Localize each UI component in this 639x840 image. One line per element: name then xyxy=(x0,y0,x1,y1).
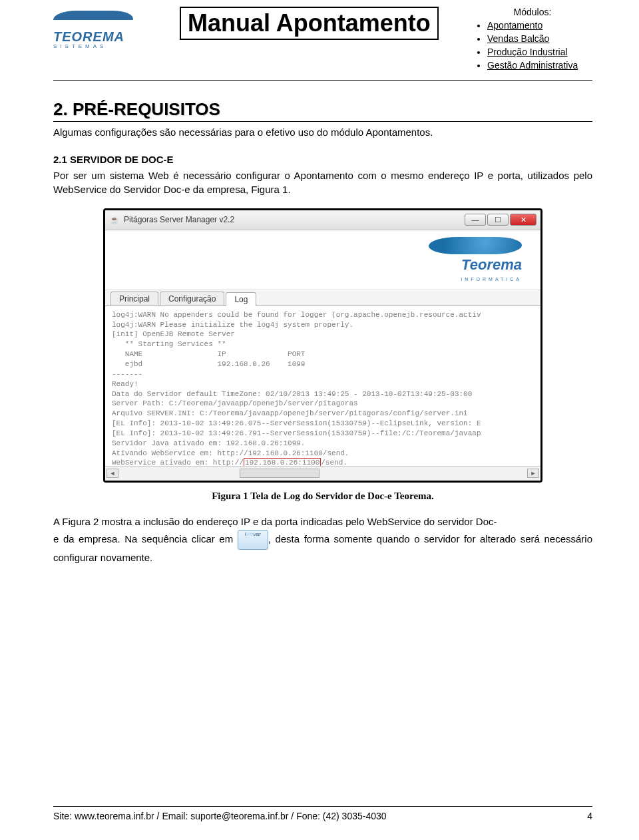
java-icon: ☕ xyxy=(109,214,120,225)
window-logo-sub: INFORMATICA xyxy=(461,277,522,282)
log-output: log4j:WARN No appenders could be found f… xyxy=(105,306,540,466)
page-footer: Site: www.teorema.inf.br / Email: suport… xyxy=(53,806,592,821)
logo-swoosh-icon xyxy=(52,11,134,28)
log-line: ejbd 192.168.0.26 1099 xyxy=(112,360,305,368)
module-item: Vendas Balcão xyxy=(487,33,592,44)
log-line: log4j:WARN No appenders could be found f… xyxy=(112,311,481,319)
log-line: ** Starting Services ** xyxy=(112,340,226,348)
footer-contact: Site: www.teorema.inf.br / Email: suport… xyxy=(53,811,387,821)
logo-swoosh-icon xyxy=(427,237,523,254)
tab-configuracao[interactable]: Configuração xyxy=(160,292,224,306)
window-titlebar: ☕ Pitágoras Server Manager v2.2 — ☐ ✕ xyxy=(105,210,540,230)
log-line: Ativando WebService em: http://192.168.0… xyxy=(112,449,349,457)
modules-block: Módulos: Apontamento Vendas Balcão Produ… xyxy=(473,7,592,73)
log-line: Ready! xyxy=(112,380,138,388)
gravar-button[interactable]: Gravar xyxy=(238,530,268,550)
log-line: [init] OpenEJB Remote Server xyxy=(112,330,235,338)
window-control-buttons: — ☐ ✕ xyxy=(465,214,536,226)
footer-divider xyxy=(53,806,592,807)
module-item: Gestão Administrativa xyxy=(487,60,592,71)
window-logo-panel: Teorema INFORMATICA xyxy=(105,230,540,290)
tab-log[interactable]: Log xyxy=(226,292,256,306)
scroll-left-icon[interactable]: ◄ xyxy=(106,469,118,478)
window-logo-text: Teorema xyxy=(461,256,522,273)
log-line: Data do Servidor default TimeZone: 02/10… xyxy=(112,390,472,398)
modules-label: Módulos: xyxy=(473,7,592,17)
app-window: ☕ Pitágoras Server Manager v2.2 — ☐ ✕ Te… xyxy=(103,208,542,483)
window-company-logo: Teorema INFORMATICA xyxy=(429,237,522,283)
log-line: [EL Info]: 2013-10-02 13:49:26.075--Serv… xyxy=(112,419,481,427)
close-button[interactable]: ✕ xyxy=(510,214,536,226)
scrollbar-thumb[interactable] xyxy=(240,469,320,478)
log-line: Arquivo SERVER.INI: C:/Teorema/javaapp/o… xyxy=(112,409,468,417)
tab-principal[interactable]: Principal xyxy=(110,292,158,306)
page-number: 4 xyxy=(587,811,592,821)
company-logo: TEOREMA SISTEMAS xyxy=(53,7,166,49)
log-highlight-ip: 192.168.0.26:1100 xyxy=(244,458,321,465)
document-header: TEOREMA SISTEMAS Manual Apontamento Módu… xyxy=(53,7,592,76)
subsection-heading: 2.1 SERVIDOR DE DOC-E xyxy=(53,154,592,165)
subsection-body: Por ser um sistema Web é necessário conf… xyxy=(53,169,592,196)
module-item: Produção Industrial xyxy=(487,47,592,57)
log-line: WebService ativado em: http:// xyxy=(112,459,244,465)
section-intro: Algumas configurações são necessárias pa… xyxy=(53,126,592,139)
paragraph-figure2-ref: A Figura 2 mostra a inclusão do endereço… xyxy=(53,514,592,566)
window-title: Pitágoras Server Manager v2.2 xyxy=(124,215,465,224)
scroll-right-icon[interactable]: ► xyxy=(527,469,539,478)
document-title: Manual Apontamento xyxy=(180,7,439,40)
figure-caption: Figura 1 Tela de Log do Servidor de Doc-… xyxy=(53,491,592,502)
log-line: [EL Info]: 2013-10-02 13:49:26.791--Serv… xyxy=(112,429,481,437)
minimize-button[interactable]: — xyxy=(465,214,486,226)
log-line: ------- xyxy=(112,370,142,378)
maximize-button[interactable]: ☐ xyxy=(487,214,509,226)
header-divider xyxy=(53,80,592,81)
horizontal-scrollbar[interactable]: ◄ ► xyxy=(105,466,540,481)
modules-list: Apontamento Vendas Balcão Produção Indus… xyxy=(473,20,592,71)
logo-main-text: TEOREMA xyxy=(53,29,166,45)
log-line: Servidor Java ativado em: 192.168.0.26:1… xyxy=(112,439,305,447)
module-item: Apontamento xyxy=(487,20,592,31)
log-line: Server Path: C:/Teorema/javaapp/openejb/… xyxy=(112,399,358,407)
para-text: e da empresa. Na sequência clicar em xyxy=(53,533,238,544)
log-line: log4j:WARN Please initialize the log4j s… xyxy=(112,321,353,329)
log-line: NAME IP PORT xyxy=(112,350,305,358)
section-heading: 2. PRÉ-REQUISITOS xyxy=(53,99,592,122)
log-trail: /send. xyxy=(321,459,347,465)
window-tabs: Principal Configuração Log xyxy=(105,290,540,306)
para-text: A Figura 2 mostra a inclusão do endereço… xyxy=(53,516,497,527)
